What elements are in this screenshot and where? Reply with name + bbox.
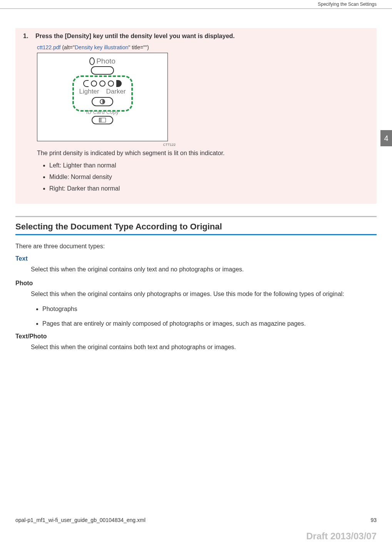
step-number: 1.	[23, 33, 31, 40]
illustration-caption: CTT122	[37, 143, 176, 147]
photo-sub-1: Photographs	[42, 304, 377, 314]
page-content: 1. Press the [Density] key until the den…	[0, 28, 392, 352]
lighter-darker-row: Lighter Darker	[79, 88, 126, 95]
segment-2-icon	[91, 80, 97, 87]
photo-sub-bullets: Photographs Pages that are entirely or m…	[42, 304, 377, 328]
darker-label: Darker	[106, 88, 126, 95]
illustration-alt-text: Density key illustration	[75, 44, 128, 50]
section-heading: Selecting the Document Type According to…	[15, 216, 377, 232]
illustration-file-link[interactable]: ctt122.pdf	[37, 44, 61, 50]
step-instruction: Press the [Density] key until the densit…	[35, 33, 235, 40]
footer-filename: opal-p1_mf1_wi-fi_user_guide_gb_00104834…	[15, 517, 146, 523]
photo-led-icon	[89, 57, 95, 65]
draft-watermark: Draft 2013/03/07	[306, 531, 377, 542]
heading-underline	[15, 234, 377, 235]
lighter-segment-icon	[83, 80, 89, 87]
photo-button	[91, 66, 114, 75]
idcard-button	[92, 116, 113, 124]
lighter-label: Lighter	[79, 88, 99, 95]
density-icon	[100, 99, 105, 104]
illustration-alt-open: (alt="	[61, 44, 75, 50]
illustration-wrap: Photo Lighter Darker	[37, 53, 369, 147]
term-photo: Photo	[15, 280, 377, 287]
page-footer: opal-p1_mf1_wi-fi_user_guide_gb_00104834…	[0, 517, 392, 523]
def-text: Select this when the original contains o…	[31, 264, 377, 274]
step-block: 1. Press the [Density] key until the den…	[15, 28, 377, 204]
bullet-left: Left: Lighter than normal	[49, 162, 369, 169]
illustration-alt-close: " title="")	[128, 44, 149, 50]
idcard-label: ID Card Copy	[86, 109, 119, 115]
section-name: Specifying the Scan Settings	[318, 2, 377, 7]
darker-segment-icon	[116, 80, 122, 87]
def-textphoto: Select this when the original contains b…	[31, 342, 377, 352]
density-highlight-frame: Lighter Darker	[72, 75, 133, 112]
term-text: Text	[15, 255, 377, 262]
illustration-panel: Photo Lighter Darker	[37, 53, 168, 141]
illustration-meta: ctt122.pdf (alt="Density key illustratio…	[37, 44, 369, 50]
density-indicator-row	[83, 80, 122, 87]
page-header: Specifying the Scan Settings	[0, 0, 392, 9]
segment-4-icon	[108, 80, 114, 87]
def-photo: Select this when the original contains o…	[31, 289, 377, 299]
photo-row: Photo	[89, 57, 116, 65]
chapter-tab: 4	[380, 130, 392, 146]
step-row: 1. Press the [Density] key until the den…	[23, 33, 369, 40]
idcard-icon	[99, 118, 106, 122]
section-intro: There are three document types:	[15, 243, 377, 250]
photo-sub-2: Pages that are entirely or mainly compos…	[42, 319, 377, 329]
density-button	[92, 97, 113, 106]
density-bullets: Left: Lighter than normal Middle: Normal…	[49, 162, 369, 192]
footer-page-number: 93	[370, 517, 377, 523]
density-explain: The print density is indicated by which …	[37, 150, 369, 157]
term-textphoto: Text/Photo	[15, 333, 377, 340]
segment-3-icon	[99, 80, 106, 87]
bullet-right: Right: Darker than normal	[49, 185, 369, 192]
photo-label: Photo	[96, 57, 116, 65]
bullet-middle: Middle: Normal density	[49, 174, 369, 181]
